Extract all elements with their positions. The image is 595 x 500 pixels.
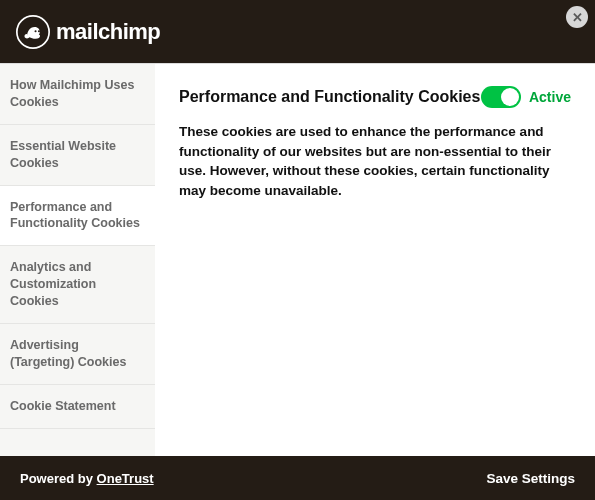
sidebar-item-label: Analytics and Customization Cookies [10,260,96,308]
content-panel: Performance and Functionality Cookies Ac… [155,64,595,456]
powered-by: Powered by OneTrust [20,471,154,486]
sidebar-item-label: How Mailchimp Uses Cookies [10,78,134,109]
save-settings-button[interactable]: Save Settings [486,471,575,486]
content-header: Performance and Functionality Cookies Ac… [179,86,571,108]
close-button[interactable]: ✕ [566,6,588,28]
modal-body: How Mailchimp Uses Cookies Essential Web… [0,64,595,456]
sidebar-item-label: Advertising (Targeting) Cookies [10,338,126,369]
svg-point-2 [38,30,40,32]
content-title: Performance and Functionality Cookies [179,88,480,106]
sidebar-item-essential[interactable]: Essential Website Cookies [0,125,155,186]
sidebar: How Mailchimp Uses Cookies Essential Web… [0,64,155,456]
toggle-group: Active [481,86,571,108]
close-icon: ✕ [572,11,583,24]
toggle-state-label: Active [529,89,571,105]
modal-footer: Powered by OneTrust Save Settings [0,456,595,500]
sidebar-item-performance[interactable]: Performance and Functionality Cookies [0,186,155,247]
powered-link[interactable]: OneTrust [97,471,154,486]
mailchimp-icon [16,15,50,49]
sidebar-item-advertising[interactable]: Advertising (Targeting) Cookies [0,324,155,385]
cookie-preferences-modal: mailchimp ✕ How Mailchimp Uses Cookies E… [0,0,595,500]
sidebar-item-label: Cookie Statement [10,399,116,413]
sidebar-item-label: Essential Website Cookies [10,139,116,170]
sidebar-item-how-uses[interactable]: How Mailchimp Uses Cookies [0,64,155,125]
brand-logo: mailchimp [16,15,160,49]
powered-prefix: Powered by [20,471,97,486]
brand-name: mailchimp [56,19,160,45]
content-description: These cookies are used to enhance the pe… [179,122,571,200]
sidebar-item-analytics[interactable]: Analytics and Customization Cookies [0,246,155,324]
cookie-toggle[interactable] [481,86,521,108]
modal-header: mailchimp ✕ [0,0,595,64]
svg-point-1 [35,30,37,32]
sidebar-item-statement[interactable]: Cookie Statement [0,385,155,429]
sidebar-item-label: Performance and Functionality Cookies [10,200,140,231]
toggle-knob [501,88,519,106]
